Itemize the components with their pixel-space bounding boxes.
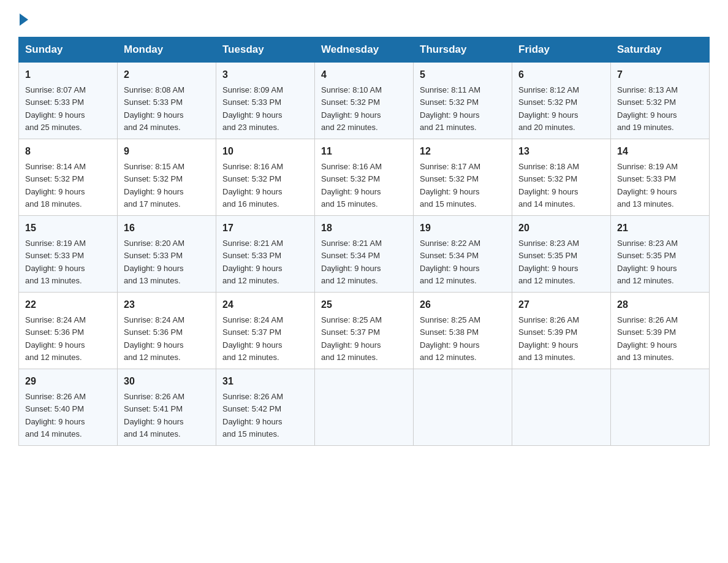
calendar-week-5: 29 Sunrise: 8:26 AMSunset: 5:40 PMDaylig… [19,369,710,446]
calendar-cell: 6 Sunrise: 8:12 AMSunset: 5:32 PMDayligh… [512,63,611,139]
calendar-cell: 24 Sunrise: 8:24 AMSunset: 5:37 PMDaylig… [216,293,315,369]
day-number: 6 [518,67,604,82]
day-info: Sunrise: 8:26 AMSunset: 5:39 PMDaylight:… [518,315,579,362]
day-number: 25 [321,297,407,312]
day-number: 10 [222,144,308,159]
calendar-cell: 12 Sunrise: 8:17 AMSunset: 5:32 PMDaylig… [414,139,512,216]
calendar-cell [611,369,710,446]
calendar-cell: 1 Sunrise: 8:07 AMSunset: 5:33 PMDayligh… [19,63,118,139]
day-info: Sunrise: 8:20 AMSunset: 5:33 PMDaylight:… [124,239,184,285]
day-info: Sunrise: 8:18 AMSunset: 5:32 PMDaylight:… [518,162,579,209]
calendar-cell: 29 Sunrise: 8:26 AMSunset: 5:40 PMDaylig… [19,369,118,446]
day-info: Sunrise: 8:08 AMSunset: 5:33 PMDaylight:… [124,85,184,132]
day-info: Sunrise: 8:19 AMSunset: 5:33 PMDaylight:… [25,239,86,285]
calendar-week-1: 1 Sunrise: 8:07 AMSunset: 5:33 PMDayligh… [19,63,710,139]
calendar-cell [512,369,611,446]
day-number: 13 [518,144,604,159]
day-info: Sunrise: 8:24 AMSunset: 5:36 PMDaylight:… [124,315,184,362]
day-number: 11 [321,144,407,159]
day-info: Sunrise: 8:16 AMSunset: 5:32 PMDaylight:… [222,162,283,209]
day-number: 5 [420,67,506,82]
day-number: 16 [124,221,210,236]
calendar-cell [414,369,512,446]
calendar-cell: 14 Sunrise: 8:19 AMSunset: 5:33 PMDaylig… [611,139,710,216]
day-number: 7 [617,67,703,82]
calendar-header-row: SundayMondayTuesdayWednesdayThursdayFrid… [19,37,710,63]
day-number: 31 [222,374,308,389]
day-info: Sunrise: 8:26 AMSunset: 5:42 PMDaylight:… [222,392,283,439]
day-info: Sunrise: 8:24 AMSunset: 5:37 PMDaylight:… [222,315,283,362]
calendar-cell: 23 Sunrise: 8:24 AMSunset: 5:36 PMDaylig… [118,293,216,369]
day-number: 15 [25,221,111,236]
column-header-monday: Monday [118,37,216,63]
day-info: Sunrise: 8:26 AMSunset: 5:41 PMDaylight:… [124,392,184,439]
calendar-week-4: 22 Sunrise: 8:24 AMSunset: 5:36 PMDaylig… [19,293,710,369]
calendar-cell: 31 Sunrise: 8:26 AMSunset: 5:42 PMDaylig… [216,369,315,446]
day-info: Sunrise: 8:09 AMSunset: 5:33 PMDaylight:… [222,85,283,132]
day-info: Sunrise: 8:13 AMSunset: 5:32 PMDaylight:… [617,85,678,132]
day-info: Sunrise: 8:17 AMSunset: 5:32 PMDaylight:… [420,162,480,209]
day-number: 2 [124,67,210,82]
day-info: Sunrise: 8:10 AMSunset: 5:32 PMDaylight:… [321,85,382,132]
calendar-cell: 19 Sunrise: 8:22 AMSunset: 5:34 PMDaylig… [414,216,512,293]
column-header-thursday: Thursday [414,37,512,63]
column-header-sunday: Sunday [19,37,118,63]
logo [18,12,28,26]
calendar-cell: 15 Sunrise: 8:19 AMSunset: 5:33 PMDaylig… [19,216,118,293]
calendar-cell: 8 Sunrise: 8:14 AMSunset: 5:32 PMDayligh… [19,139,118,216]
column-header-friday: Friday [512,37,611,63]
calendar-cell: 30 Sunrise: 8:26 AMSunset: 5:41 PMDaylig… [118,369,216,446]
day-number: 18 [321,221,407,236]
calendar-cell: 18 Sunrise: 8:21 AMSunset: 5:34 PMDaylig… [315,216,414,293]
day-number: 21 [617,221,703,236]
day-number: 22 [25,297,111,312]
day-info: Sunrise: 8:21 AMSunset: 5:33 PMDaylight:… [222,239,283,285]
calendar-cell [315,369,414,446]
day-info: Sunrise: 8:24 AMSunset: 5:36 PMDaylight:… [25,315,86,362]
day-info: Sunrise: 8:25 AMSunset: 5:38 PMDaylight:… [420,315,480,362]
calendar-week-2: 8 Sunrise: 8:14 AMSunset: 5:32 PMDayligh… [19,139,710,216]
calendar-cell: 28 Sunrise: 8:26 AMSunset: 5:39 PMDaylig… [611,293,710,369]
day-number: 20 [518,221,604,236]
calendar-cell: 25 Sunrise: 8:25 AMSunset: 5:37 PMDaylig… [315,293,414,369]
day-info: Sunrise: 8:22 AMSunset: 5:34 PMDaylight:… [420,239,480,285]
calendar-cell: 20 Sunrise: 8:23 AMSunset: 5:35 PMDaylig… [512,216,611,293]
day-number: 26 [420,297,506,312]
calendar-cell: 16 Sunrise: 8:20 AMSunset: 5:33 PMDaylig… [118,216,216,293]
day-info: Sunrise: 8:23 AMSunset: 5:35 PMDaylight:… [617,239,678,285]
day-number: 1 [25,67,111,82]
logo-arrow-icon [20,13,28,26]
day-info: Sunrise: 8:07 AMSunset: 5:33 PMDaylight:… [25,85,86,132]
day-info: Sunrise: 8:15 AMSunset: 5:32 PMDaylight:… [124,162,184,209]
day-number: 4 [321,67,407,82]
column-header-saturday: Saturday [611,37,710,63]
calendar-week-3: 15 Sunrise: 8:19 AMSunset: 5:33 PMDaylig… [19,216,710,293]
day-info: Sunrise: 8:11 AMSunset: 5:32 PMDaylight:… [420,85,480,132]
page-header [18,12,710,26]
day-number: 12 [420,144,506,159]
day-info: Sunrise: 8:26 AMSunset: 5:40 PMDaylight:… [25,392,86,439]
day-number: 28 [617,297,703,312]
calendar-cell: 2 Sunrise: 8:08 AMSunset: 5:33 PMDayligh… [118,63,216,139]
day-info: Sunrise: 8:26 AMSunset: 5:39 PMDaylight:… [617,315,678,362]
calendar-cell: 27 Sunrise: 8:26 AMSunset: 5:39 PMDaylig… [512,293,611,369]
calendar-cell: 3 Sunrise: 8:09 AMSunset: 5:33 PMDayligh… [216,63,315,139]
day-number: 19 [420,221,506,236]
calendar-table: SundayMondayTuesdayWednesdayThursdayFrid… [18,37,710,446]
calendar-cell: 10 Sunrise: 8:16 AMSunset: 5:32 PMDaylig… [216,139,315,216]
day-number: 27 [518,297,604,312]
calendar-cell: 4 Sunrise: 8:10 AMSunset: 5:32 PMDayligh… [315,63,414,139]
day-number: 30 [124,374,210,389]
day-number: 8 [25,144,111,159]
calendar-cell: 13 Sunrise: 8:18 AMSunset: 5:32 PMDaylig… [512,139,611,216]
day-info: Sunrise: 8:21 AMSunset: 5:34 PMDaylight:… [321,239,382,285]
calendar-cell: 22 Sunrise: 8:24 AMSunset: 5:36 PMDaylig… [19,293,118,369]
column-header-tuesday: Tuesday [216,37,315,63]
day-info: Sunrise: 8:12 AMSunset: 5:32 PMDaylight:… [518,85,579,132]
day-number: 3 [222,67,308,82]
day-info: Sunrise: 8:16 AMSunset: 5:32 PMDaylight:… [321,162,382,209]
calendar-cell: 5 Sunrise: 8:11 AMSunset: 5:32 PMDayligh… [414,63,512,139]
day-number: 24 [222,297,308,312]
day-info: Sunrise: 8:14 AMSunset: 5:32 PMDaylight:… [25,162,86,209]
calendar-cell: 26 Sunrise: 8:25 AMSunset: 5:38 PMDaylig… [414,293,512,369]
